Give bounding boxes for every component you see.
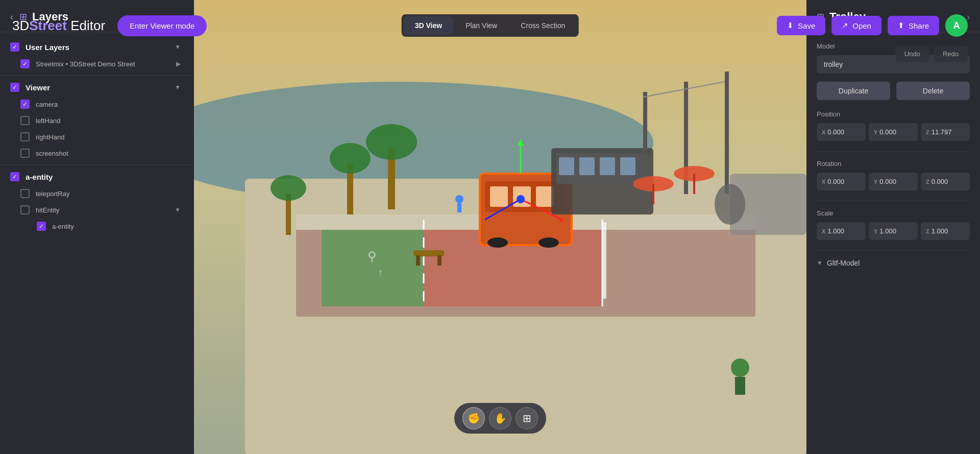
svg-rect-26 (600, 157, 615, 175)
redo-button[interactable]: Redo (934, 46, 968, 62)
duplicate-button[interactable]: Duplicate (817, 82, 890, 100)
divider-1 (0, 75, 194, 76)
position-y-axis: Y (874, 129, 877, 135)
viewer-label: Viewer (26, 83, 172, 92)
lefthand-checkbox[interactable] (20, 116, 30, 125)
save-icon: ⬇ (787, 21, 794, 30)
streetmix-checkbox[interactable]: ✓ (20, 59, 30, 68)
enter-viewer-button[interactable]: Enter Viewer mode (117, 15, 207, 36)
left-panel: ‹ ⊞ Layers ✓ User Layers ▼ ✓ Streetmix •… (0, 0, 194, 454)
scale-section: Scale X Y Z (817, 209, 970, 240)
streetmix-chevron[interactable]: ▶ (173, 59, 184, 68)
viewport: ⚲ ↑ ✊ ✋ ⊞ (194, 0, 806, 454)
scale-y-field: Y (869, 222, 918, 240)
viewer-group-header[interactable]: ✓ Viewer ▼ (0, 79, 194, 96)
actions-row: Duplicate Delete (817, 82, 970, 100)
svg-rect-47 (437, 255, 442, 266)
divider-2 (0, 164, 194, 165)
rotation-z-input[interactable] (932, 178, 965, 185)
hitentity-chevron[interactable]: ▼ (172, 205, 184, 214)
tab-3d-view[interactable]: 3D View (404, 16, 453, 35)
viewport-toolbar: ✊ ✋ ⊞ (454, 403, 546, 434)
righthand-checkbox[interactable] (20, 132, 30, 141)
svg-rect-13 (536, 186, 554, 207)
gltf-label: Gltf-Model (827, 259, 860, 267)
tab-cross-section[interactable]: Cross Section (509, 16, 576, 35)
teleportray-checkbox[interactable] (20, 189, 30, 198)
top-right-actions: ⬇ Save ↗ Open ⬆ Share A (777, 14, 968, 37)
svg-rect-46 (416, 255, 420, 266)
avatar-button[interactable]: A (945, 14, 968, 37)
a-entity-group-header[interactable]: ✓ a-entity (0, 168, 194, 185)
hand-tool-button[interactable]: ✋ (489, 407, 511, 429)
a-entity-child-checkbox[interactable]: ✓ (37, 222, 46, 231)
screenshot-label: screenshot (36, 150, 184, 157)
position-label: Position (817, 110, 970, 118)
scale-y-axis: Y (874, 228, 877, 234)
hitentity-checkbox[interactable] (20, 205, 30, 214)
scale-x-input[interactable] (827, 227, 861, 235)
screenshot-layer-item[interactable]: screenshot (10, 145, 194, 161)
open-button[interactable]: ↗ Open (831, 16, 881, 35)
a-entity-child-item[interactable]: ✓ a-entity (10, 218, 194, 234)
scale-z-input[interactable] (932, 227, 965, 235)
add-tool-button[interactable]: ⊞ (516, 407, 538, 429)
logo: 3DStreet Editor (12, 18, 105, 34)
scale-x-axis: X (822, 228, 825, 234)
scene-svg: ⚲ ↑ (194, 0, 806, 454)
camera-checkbox[interactable]: ✓ (20, 100, 30, 109)
divider-pos-rot (817, 151, 970, 152)
undo-button[interactable]: Undo (895, 46, 929, 62)
tab-plan-view[interactable]: Plan View (454, 16, 508, 35)
streetmix-label: Streetmix • 3DStreet Demo Street (36, 60, 173, 68)
teleportray-layer-item[interactable]: teleportRay (10, 185, 194, 202)
grab-tool-button[interactable]: ✊ (462, 407, 485, 429)
camera-label: camera (36, 101, 184, 108)
screenshot-checkbox[interactable] (20, 149, 30, 158)
save-button[interactable]: ⬇ Save (777, 16, 825, 35)
logo-street: Street (29, 18, 67, 33)
share-button[interactable]: ⬆ Share (888, 16, 939, 35)
gltf-model-section[interactable]: ▼ Gltf-Model (817, 259, 970, 267)
position-x-input[interactable] (827, 128, 861, 136)
svg-rect-24 (559, 157, 574, 175)
divider-rot-scale (817, 201, 970, 201)
share-label: Share (909, 21, 929, 30)
teleportray-label: teleportRay (36, 190, 184, 198)
logo-editor: Editor (67, 18, 105, 33)
scale-z-field: Z (921, 222, 970, 240)
rotation-section: Rotation X Y Z (817, 160, 970, 190)
logo-3d: 3D (12, 18, 29, 33)
user-layers-children: ✓ Streetmix • 3DStreet Demo Street ▶ (0, 56, 194, 72)
a-entity-checkbox[interactable]: ✓ (10, 172, 19, 181)
right-panel-content: Model trolley Duplicate Delete Position … (806, 32, 980, 454)
rotation-z-field: Z (921, 173, 970, 190)
righthand-layer-item[interactable]: rightHand (10, 129, 194, 145)
rotation-y-axis: Y (874, 179, 877, 185)
grab-icon: ✊ (468, 412, 480, 424)
svg-point-29 (330, 143, 371, 174)
lefthand-layer-item[interactable]: leftHand (10, 112, 194, 129)
rotation-x-input[interactable] (827, 178, 861, 185)
svg-point-21 (517, 195, 525, 203)
streetmix-layer-item[interactable]: ✓ Streetmix • 3DStreet Demo Street ▶ (10, 56, 194, 72)
svg-rect-36 (725, 71, 729, 194)
position-y-input[interactable] (879, 128, 913, 136)
gltf-chevron-icon: ▼ (817, 259, 823, 267)
position-z-input[interactable] (932, 128, 965, 136)
viewer-checkbox[interactable]: ✓ (10, 83, 19, 92)
scale-y-input[interactable] (879, 227, 913, 235)
svg-rect-50 (602, 222, 606, 299)
svg-rect-4 (322, 225, 424, 306)
hitentity-layer-item[interactable]: hitEntity ▼ (10, 202, 194, 218)
rotation-x-field: X (817, 173, 866, 190)
rotation-y-input[interactable] (879, 178, 913, 185)
svg-point-15 (538, 237, 559, 248)
camera-layer-item[interactable]: ✓ camera (10, 96, 194, 112)
layers-content: ✓ User Layers ▼ ✓ Streetmix • 3DStreet D… (0, 32, 194, 454)
rotation-row: X Y Z (817, 173, 970, 190)
position-z-axis: Z (926, 129, 929, 135)
scale-row: X Y Z (817, 222, 970, 240)
viewer-chevron[interactable]: ▼ (172, 83, 184, 92)
delete-button[interactable]: Delete (896, 82, 970, 100)
